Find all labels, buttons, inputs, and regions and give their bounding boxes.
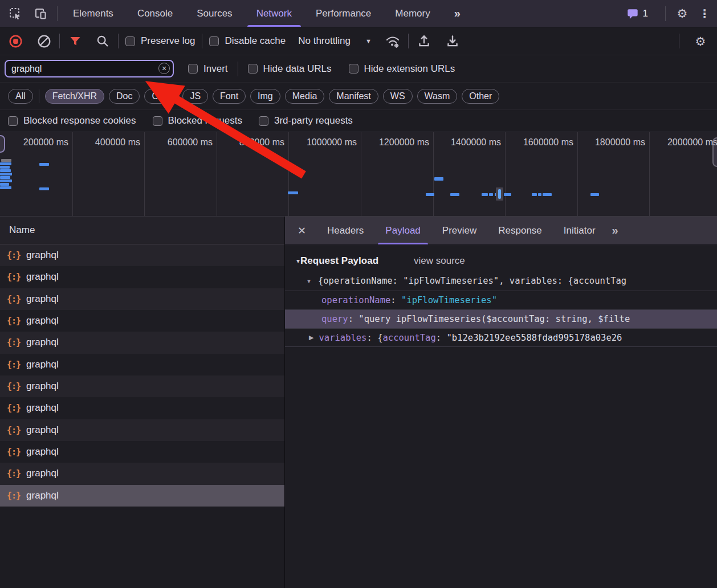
tab-network[interactable]: Network	[245, 0, 304, 27]
section-collapse-triangle-icon[interactable]: ▾	[296, 257, 300, 265]
filter-chip-css[interactable]: CSS	[144, 89, 178, 104]
request-row[interactable]: {:}graphql	[0, 485, 284, 507]
hide-data-urls-checkbox[interactable]	[248, 64, 258, 74]
tab-elements[interactable]: Elements	[61, 0, 125, 27]
request-row[interactable]: {:}graphql	[0, 244, 284, 266]
request-name: graphql	[26, 468, 59, 479]
payload-row[interactable]: query: "query ipFlowTimeseries($accountT…	[285, 309, 717, 328]
json-braces-icon: {:}	[7, 337, 21, 348]
json-braces-icon: {:}	[7, 360, 21, 370]
filter-chip-ws[interactable]: WS	[383, 89, 413, 104]
network-conditions-button[interactable]	[384, 32, 401, 50]
request-type-filters: AllFetch/XHRDocCSSJSFontImgMediaManifest…	[0, 83, 717, 110]
request-row[interactable]: {:}graphql	[0, 463, 284, 484]
clear-button[interactable]	[35, 32, 52, 50]
timeline-tick-label: 1200000 ms	[361, 137, 429, 148]
payload-preview-line[interactable]: ▼ {operationName: "ipFlowTimeseries", va…	[285, 271, 717, 291]
tab-sources[interactable]: Sources	[185, 0, 244, 27]
toolbar-divider	[57, 6, 58, 21]
expand-triangle-icon[interactable]: ▶	[309, 334, 313, 341]
import-har-button[interactable]	[415, 32, 433, 50]
device-toolbar-button[interactable]	[32, 5, 49, 22]
issues-button[interactable]: 1	[626, 7, 648, 20]
blocked-response-cookies-checkbox[interactable]	[8, 116, 18, 126]
tab-console[interactable]: Console	[125, 0, 185, 27]
timeline-tick-label: 1800000 ms	[577, 137, 645, 148]
3rd-party-requests-checkbox[interactable]	[259, 116, 268, 126]
blocked-requests-checkbox[interactable]	[153, 116, 162, 126]
hide-data-urls-toggle[interactable]: Hide data URLs	[248, 63, 332, 75]
preserve-log-toggle[interactable]: Preserve log	[125, 35, 195, 47]
network-overview-timeline[interactable]: 200000 ms400000 ms600000 ms800000 ms1000…	[0, 132, 717, 217]
filter-chip-fetch-xhr[interactable]: Fetch/XHR	[45, 89, 104, 104]
hide-extension-urls-toggle[interactable]: Hide extension URLs	[349, 63, 455, 75]
waterfall-bar	[426, 193, 434, 196]
clear-filter-button[interactable]: ✕	[158, 63, 170, 74]
invert-checkbox[interactable]	[188, 64, 198, 74]
invert-toggle[interactable]: Invert	[188, 63, 228, 75]
kebab-menu-button[interactable]: ⋮	[699, 7, 710, 21]
payload-row[interactable]: ▶variables: {accountTag: "b12e3b2192ee55…	[285, 328, 717, 347]
disable-cache-checkbox[interactable]	[209, 36, 219, 46]
disable-cache-toggle[interactable]: Disable cache	[209, 35, 286, 47]
throttling-select[interactable]: No throttling ▼	[298, 35, 372, 47]
details-tab-payload[interactable]: Payload	[374, 217, 431, 244]
waterfall-bar	[39, 163, 49, 166]
tab-performance[interactable]: Performance	[304, 0, 383, 27]
blocked-requests-toggle[interactable]: Blocked requests	[153, 115, 242, 126]
json-braces-icon: {:}	[7, 272, 21, 282]
inspect-element-button[interactable]	[7, 5, 24, 22]
request-row[interactable]: {:}graphql	[0, 375, 284, 397]
filter-chip-js[interactable]: JS	[182, 89, 208, 104]
details-tab-initiator[interactable]: Initiator	[553, 217, 606, 244]
timeline-tick-label: 200000 ms	[0, 137, 68, 148]
filter-chip-img[interactable]: Img	[250, 89, 280, 104]
request-name: graphql	[26, 250, 59, 261]
payload-section-title: Request Payload	[300, 255, 378, 267]
blocked-response-cookies-toggle[interactable]: Blocked response cookies	[8, 115, 136, 126]
preserve-log-checkbox[interactable]	[125, 36, 135, 46]
name-column-header[interactable]: Name	[0, 217, 284, 244]
waterfall-bar	[0, 186, 11, 189]
record-button[interactable]	[7, 32, 24, 50]
disable-cache-label: Disable cache	[225, 35, 286, 47]
request-row[interactable]: {:}graphql	[0, 332, 284, 353]
filter-toggle-button[interactable]	[67, 32, 84, 50]
expand-triangle-icon[interactable]: ▼	[306, 278, 312, 284]
request-row[interactable]: {:}graphql	[0, 354, 284, 375]
waterfall-bar	[288, 191, 298, 194]
waterfall-bar	[498, 189, 501, 199]
view-source-link[interactable]: view source	[414, 255, 465, 267]
more-panels-chevron-icon[interactable]: »	[442, 0, 472, 27]
filter-chip-media[interactable]: Media	[285, 89, 325, 104]
details-tab-response[interactable]: Response	[487, 217, 553, 244]
filter-chip-other[interactable]: Other	[462, 89, 499, 104]
tab-memory[interactable]: Memory	[383, 0, 442, 27]
settings-button[interactable]: ⚙	[674, 5, 691, 22]
more-tabs-chevron-icon[interactable]: »	[612, 224, 618, 237]
hide-extension-urls-checkbox[interactable]	[349, 64, 358, 74]
search-button[interactable]	[94, 32, 111, 50]
filter-input[interactable]	[6, 64, 173, 74]
filter-chip-doc[interactable]: Doc	[109, 89, 140, 104]
filter-chip-wasm[interactable]: Wasm	[417, 89, 458, 104]
details-tab-preview[interactable]: Preview	[431, 217, 487, 244]
3rd-party-requests-toggle[interactable]: 3rd-party requests	[259, 115, 353, 126]
json-braces-icon: {:}	[7, 381, 21, 391]
payload-row[interactable]: operationName: "ipFlowTimeseries"	[285, 291, 717, 309]
request-name: graphql	[26, 293, 59, 305]
details-tab-headers[interactable]: Headers	[316, 217, 374, 244]
request-row[interactable]: {:}graphql	[0, 266, 284, 288]
payload-panel: ▾ Request Payload view source ▼ {operati…	[285, 245, 717, 347]
filter-chip-manifest[interactable]: Manifest	[329, 89, 378, 104]
request-row[interactable]: {:}graphql	[0, 310, 284, 332]
request-row[interactable]: {:}graphql	[0, 441, 284, 463]
request-row[interactable]: {:}graphql	[0, 288, 284, 310]
close-details-button[interactable]: ✕	[285, 224, 316, 237]
filter-chip-all[interactable]: All	[8, 89, 33, 104]
network-settings-button[interactable]: ⚙	[692, 32, 709, 50]
request-row[interactable]: {:}graphql	[0, 419, 284, 441]
request-row[interactable]: {:}graphql	[0, 397, 284, 419]
export-har-button[interactable]	[444, 32, 461, 50]
filter-chip-font[interactable]: Font	[213, 89, 246, 104]
